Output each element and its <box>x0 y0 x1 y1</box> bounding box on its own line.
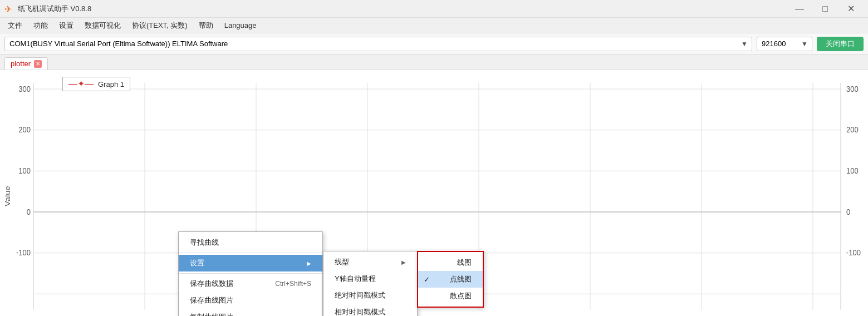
minimize-button[interactable]: — <box>787 0 812 18</box>
svg-text:100: 100 <box>846 166 859 175</box>
port-select-wrapper: COM1(BUSY Virtual Serial Port (Eltima So… <box>4 37 752 51</box>
svg-text:300: 300 <box>846 84 859 93</box>
ctx-rel-time[interactable]: 相对时间戳模式 <box>323 304 417 316</box>
ctx-settings[interactable]: 设置 ▶ <box>179 255 322 271</box>
svg-text:100: 100 <box>18 166 31 175</box>
context-menu-2: 线型 ▶ Y轴自动量程 绝对时间戳模式 相对时间戳模式 显示最大/小值 设置采样… <box>323 251 418 316</box>
svg-text:200: 200 <box>846 125 859 134</box>
ctx-line-type[interactable]: 线型 ▶ <box>323 254 417 270</box>
baud-select-wrapper: 921600 ▼ <box>757 37 812 51</box>
tab-bar: plotter ✕ <box>0 55 868 70</box>
ctx-settings-arrow: ▶ <box>307 260 311 266</box>
chart-area: 300 200 100 0 -100 300 200 100 0 -100 Va… <box>0 70 868 316</box>
title-text: 纸飞机调试助手 V0.8.8 <box>18 4 91 14</box>
svg-text:0: 0 <box>846 207 850 216</box>
ctx-dotline-graph[interactable]: ✓ 点线图 <box>418 271 483 288</box>
legend-box: —✦— Graph 1 <box>62 77 130 91</box>
svg-text:-100: -100 <box>16 248 31 257</box>
context-menu-1: 寻找曲线 设置 ▶ 保存曲线数据 Ctrl+Shift+S 保存曲线图片 复制曲… <box>178 231 323 316</box>
ctx-save-image[interactable]: 保存曲线图片 <box>179 292 322 309</box>
ctx-find-curve[interactable]: 寻找曲线 <box>179 234 322 251</box>
close-port-button[interactable]: 关闭串口 <box>817 37 864 51</box>
ctx-y-auto-range[interactable]: Y轴自动量程 <box>323 270 417 287</box>
tab-plotter-close[interactable]: ✕ <box>34 60 42 68</box>
ctx-sep-2 <box>179 273 322 274</box>
menu-datavis[interactable]: 数据可视化 <box>79 18 126 33</box>
title-bar-left: ✈ 纸飞机调试助手 V0.8.8 <box>4 4 91 14</box>
svg-text:200: 200 <box>18 125 31 134</box>
chart-inner: 300 200 100 0 -100 300 200 100 0 -100 Va… <box>0 70 868 316</box>
toolbar: COM1(BUSY Virtual Serial Port (Eltima So… <box>0 33 868 55</box>
menu-help[interactable]: 帮助 <box>193 18 219 33</box>
menu-function[interactable]: 功能 <box>28 18 53 33</box>
ctx-copy-image[interactable]: 复制曲线图片 <box>179 309 322 316</box>
ctx-sep-1 <box>179 253 322 253</box>
ctx-abs-time[interactable]: 绝对时间戳模式 <box>323 287 417 304</box>
ctx-linetype-arrow: ▶ <box>401 259 406 265</box>
app-icon: ✈ <box>4 4 14 14</box>
svg-text:0: 0 <box>27 207 31 216</box>
svg-text:-100: -100 <box>846 248 861 257</box>
close-button[interactable]: ✕ <box>838 0 864 18</box>
ctx-dotline-check: ✓ <box>424 275 433 284</box>
title-bar: ✈ 纸飞机调试助手 V0.8.8 — □ ✕ <box>0 0 868 18</box>
svg-text:300: 300 <box>18 84 31 93</box>
svg-text:Value: Value <box>3 186 12 206</box>
ctx-line-graph[interactable]: 线图 <box>418 254 483 271</box>
legend-label: Graph 1 <box>98 80 124 88</box>
ctx-save-data[interactable]: 保存曲线数据 Ctrl+Shift+S <box>179 275 322 292</box>
maximize-button[interactable]: □ <box>812 0 838 18</box>
legend-icon: —✦— <box>68 80 94 88</box>
port-select[interactable]: COM1(BUSY Virtual Serial Port (Eltima So… <box>4 37 752 51</box>
menu-bar: 文件 功能 设置 数据可视化 协议(TEXT, 实数) 帮助 Language <box>0 18 868 33</box>
tab-plotter-label: plotter <box>11 60 31 68</box>
context-menu-3: 线图 ✓ 点线图 散点图 <box>417 251 484 308</box>
menu-file[interactable]: 文件 <box>2 18 28 33</box>
menu-settings[interactable]: 设置 <box>53 18 79 33</box>
menu-protocol[interactable]: 协议(TEXT, 实数) <box>126 18 193 33</box>
tab-plotter[interactable]: plotter ✕ <box>4 57 48 70</box>
title-bar-controls: — □ ✕ <box>787 0 864 18</box>
baud-select[interactable]: 921600 <box>757 37 812 51</box>
ctx-scatter-graph[interactable]: 散点图 <box>418 288 483 304</box>
menu-language[interactable]: Language <box>219 19 262 32</box>
